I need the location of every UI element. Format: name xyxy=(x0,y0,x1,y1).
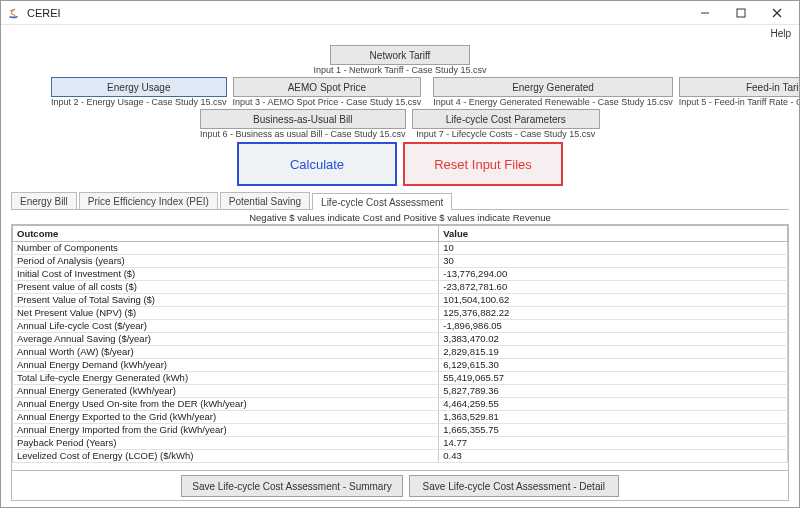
table-row[interactable]: Annual Energy Used On-site from the DER … xyxy=(13,398,788,411)
table-row[interactable]: Present value of all costs ($)-23,872,78… xyxy=(13,281,788,294)
value-cell: 4,464,259.55 xyxy=(439,398,788,411)
value-cell: 14.77 xyxy=(439,437,788,450)
tab-lcc-assessment[interactable]: Life-cycle Cost Assessment xyxy=(312,193,452,210)
table-row[interactable]: Annual Energy Exported to the Grid (kWh/… xyxy=(13,411,788,424)
outcome-cell: Annual Energy Used On-site from the DER … xyxy=(13,398,439,411)
table-row[interactable]: Number of Components10 xyxy=(13,242,788,255)
input-row-3: Business-as-Usual Bill Input 6 - Busines… xyxy=(200,109,600,139)
value-sign-note: Negative $ values indicate Cost and Posi… xyxy=(11,210,789,225)
svg-rect-1 xyxy=(737,9,745,17)
energy-generated-button[interactable]: Energy Generated xyxy=(433,77,673,97)
value-cell: 10 xyxy=(439,242,788,255)
outcome-cell: Period of Analysis (years) xyxy=(13,255,439,268)
table-row[interactable]: Payback Period (Years)14.77 xyxy=(13,437,788,450)
outcome-cell: Annual Life-cycle Cost ($/year) xyxy=(13,320,439,333)
value-cell: -1,896,986.05 xyxy=(439,320,788,333)
table-row[interactable]: Net Present Value (NPV) ($)125,376,882.2… xyxy=(13,307,788,320)
energy-usage-caption: Input 2 - Energy Usage - Case Study 15.c… xyxy=(51,97,227,107)
value-cell: 3,383,470.02 xyxy=(439,333,788,346)
close-button[interactable] xyxy=(759,3,795,23)
table-row[interactable]: Annual Energy Generated (kWh/year)5,827,… xyxy=(13,385,788,398)
outcome-cell: Present Value of Total Saving ($) xyxy=(13,294,439,307)
content-area: Network Tariff Input 1 - Network Tariff … xyxy=(1,41,799,507)
results-table: Outcome Value Number of Components10Peri… xyxy=(12,225,788,463)
table-row[interactable]: Initial Cost of Investment ($)-13,776,29… xyxy=(13,268,788,281)
network-tariff-caption: Input 1 - Network Tariff - Case Study 15… xyxy=(11,65,789,75)
app-window: CEREI Help Network Tariff Input 1 - Netw… xyxy=(0,0,800,508)
table-row[interactable]: Present Value of Total Saving ($)101,504… xyxy=(13,294,788,307)
bau-bill-button[interactable]: Business-as-Usual Bill xyxy=(200,109,406,129)
input-row-2: Energy Usage Input 2 - Energy Usage - Ca… xyxy=(51,77,749,107)
menubar: Help xyxy=(1,25,799,41)
table-row[interactable]: Period of Analysis (years)30 xyxy=(13,255,788,268)
table-row[interactable]: Average Annual Saving ($/year)3,383,470.… xyxy=(13,333,788,346)
outcome-cell: Average Annual Saving ($/year) xyxy=(13,333,439,346)
value-cell: 125,376,882.22 xyxy=(439,307,788,320)
table-row[interactable]: Annual Life-cycle Cost ($/year)-1,896,98… xyxy=(13,320,788,333)
table-row[interactable]: Annual Worth (AW) ($/year)2,829,815.19 xyxy=(13,346,788,359)
value-cell: -13,776,294.00 xyxy=(439,268,788,281)
tab-pei[interactable]: Price Efficiency Index (PEI) xyxy=(79,192,218,209)
action-buttons: Calculate Reset Input Files xyxy=(11,142,789,186)
results-table-wrap: Outcome Value Number of Components10Peri… xyxy=(11,225,789,471)
outcome-cell: Annual Energy Generated (kWh/year) xyxy=(13,385,439,398)
value-cell: 1,363,529.81 xyxy=(439,411,788,424)
table-row[interactable]: Annual Energy Demand (kWh/year)6,129,615… xyxy=(13,359,788,372)
outcome-cell: Initial Cost of Investment ($) xyxy=(13,268,439,281)
outcome-cell: Levelized Cost of Energy (LCOE) ($/kWh) xyxy=(13,450,439,463)
minimize-button[interactable] xyxy=(687,3,723,23)
table-row[interactable]: Annual Energy Imported from the Grid (kW… xyxy=(13,424,788,437)
outcome-cell: Annual Energy Demand (kWh/year) xyxy=(13,359,439,372)
table-row[interactable]: Levelized Cost of Energy (LCOE) ($/kWh)0… xyxy=(13,450,788,463)
java-cup-icon xyxy=(7,6,21,20)
outcome-cell: Annual Worth (AW) ($/year) xyxy=(13,346,439,359)
menu-help[interactable]: Help xyxy=(770,28,791,39)
maximize-button[interactable] xyxy=(723,3,759,23)
value-cell: 1,665,355.75 xyxy=(439,424,788,437)
col-header-value[interactable]: Value xyxy=(439,226,788,242)
aemo-spot-price-caption: Input 3 - AEMO Spot Price - Case Study 1… xyxy=(233,97,422,107)
titlebar: CEREI xyxy=(1,1,799,25)
window-title: CEREI xyxy=(27,7,61,19)
network-tariff-button[interactable]: Network Tariff xyxy=(330,45,470,65)
outcome-cell: Present value of all costs ($) xyxy=(13,281,439,294)
tab-energy-bill[interactable]: Energy Bill xyxy=(11,192,77,209)
outcome-cell: Net Present Value (NPV) ($) xyxy=(13,307,439,320)
save-summary-button[interactable]: Save Life-cycle Cost Assessment - Summar… xyxy=(181,475,403,497)
energy-generated-caption: Input 4 - Energy Generated Renewable - C… xyxy=(433,97,673,107)
feed-in-tariff-caption: Input 5 - Feed-in Tariff Rate - Case Stu… xyxy=(679,97,799,107)
table-row[interactable]: Total Life-cycle Energy Generated (kWh)5… xyxy=(13,372,788,385)
reset-button[interactable]: Reset Input Files xyxy=(403,142,563,186)
lcc-params-button[interactable]: Life-cycle Cost Parameters xyxy=(412,109,600,129)
lcc-params-caption: Input 7 - Lifecycle Costs - Case Study 1… xyxy=(412,129,600,139)
outcome-cell: Number of Components xyxy=(13,242,439,255)
outcome-cell: Annual Energy Imported from the Grid (kW… xyxy=(13,424,439,437)
value-cell: 2,829,815.19 xyxy=(439,346,788,359)
tab-strip: Energy Bill Price Efficiency Index (PEI)… xyxy=(11,192,789,210)
save-button-row: Save Life-cycle Cost Assessment - Summar… xyxy=(11,471,789,501)
energy-usage-button[interactable]: Energy Usage xyxy=(51,77,227,97)
value-cell: 101,504,100.62 xyxy=(439,294,788,307)
aemo-spot-price-button[interactable]: AEMO Spot Price xyxy=(233,77,422,97)
feed-in-tariff-button[interactable]: Feed-in Tariff xyxy=(679,77,799,97)
col-header-outcome[interactable]: Outcome xyxy=(13,226,439,242)
tab-potential-saving[interactable]: Potential Saving xyxy=(220,192,310,209)
value-cell: -23,872,781.60 xyxy=(439,281,788,294)
value-cell: 0.43 xyxy=(439,450,788,463)
value-cell: 5,827,789.36 xyxy=(439,385,788,398)
outcome-cell: Payback Period (Years) xyxy=(13,437,439,450)
outcome-cell: Total Life-cycle Energy Generated (kWh) xyxy=(13,372,439,385)
bau-bill-caption: Input 6 - Business as usual Bill - Case … xyxy=(200,129,406,139)
save-detail-button[interactable]: Save Life-cycle Cost Assessment - Detail xyxy=(409,475,619,497)
outcome-cell: Annual Energy Exported to the Grid (kWh/… xyxy=(13,411,439,424)
calculate-button[interactable]: Calculate xyxy=(237,142,397,186)
value-cell: 6,129,615.30 xyxy=(439,359,788,372)
value-cell: 55,419,065.57 xyxy=(439,372,788,385)
value-cell: 30 xyxy=(439,255,788,268)
